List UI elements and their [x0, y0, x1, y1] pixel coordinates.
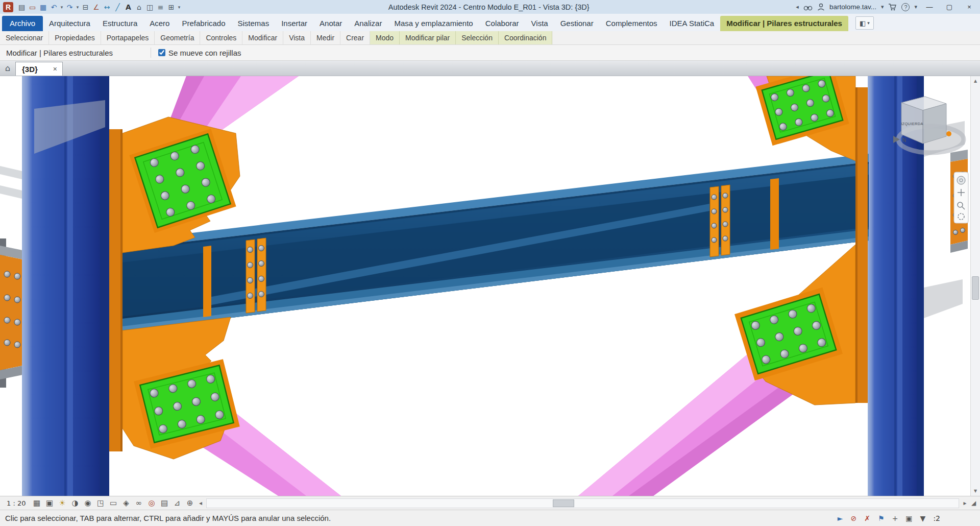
panel-portapapeles[interactable]: Portapapeles — [101, 31, 155, 44]
aligned-dimension-icon[interactable]: ↔ — [102, 1, 112, 14]
revit-logo[interactable]: R — [3, 2, 13, 12]
crop-view-icon[interactable]: ◳ — [94, 496, 107, 510]
redo-icon[interactable]: ↷ — [64, 1, 75, 14]
print-icon[interactable]: ⊟ — [80, 1, 91, 14]
back-arrow-icon[interactable]: ◂ — [796, 4, 799, 10]
user-dropdown-icon[interactable]: ▾ — [881, 4, 884, 10]
lock-3d-view-icon[interactable]: ◈ — [119, 496, 132, 510]
panel-seleccionar[interactable]: Seleccionar — [0, 31, 49, 44]
drawing-area[interactable]: N IZQUIERDA ▲ ▼ — [0, 76, 980, 496]
reveal-constraints-icon[interactable]: ⊕ — [183, 496, 196, 510]
default-3d-view-icon[interactable]: ⌂ — [134, 1, 144, 14]
modify-state-button[interactable]: ◧ ▾ — [855, 16, 874, 30]
select-by-face-icon[interactable]: ⚑ — [878, 511, 885, 526]
tab-sistemas[interactable]: Sistemas — [232, 16, 276, 31]
panel-medir[interactable]: Medir — [311, 31, 340, 44]
help-icon[interactable]: ? — [901, 3, 910, 11]
moves-with-grids-label[interactable]: Se mueve con rejillas — [168, 49, 241, 57]
vertical-scroll-thumb[interactable] — [972, 276, 979, 300]
panel-modificar-pilar[interactable]: Modificar pilar — [400, 31, 456, 44]
view-tab-3d[interactable]: {3D} × — [15, 62, 63, 76]
save-icon[interactable]: ▦ — [38, 1, 48, 14]
panel-modo[interactable]: Modo — [370, 31, 400, 44]
scroll-down-icon[interactable]: ▼ — [971, 486, 980, 496]
temporary-hide-isolate-icon[interactable]: ∞ — [132, 496, 145, 510]
undo-dropdown-icon[interactable]: ▾ — [59, 1, 64, 14]
tab-archivo[interactable]: Archivo — [2, 16, 43, 31]
sun-path-icon[interactable]: ☀ — [56, 496, 68, 510]
qat-customize-icon[interactable]: ▾ — [177, 1, 182, 14]
shadows-icon[interactable]: ◑ — [68, 496, 81, 510]
viewcube-right-face[interactable] — [923, 104, 946, 144]
view-tab-close-icon[interactable]: × — [53, 65, 57, 73]
drag-on-selection-icon[interactable]: + — [892, 511, 898, 526]
beam-stiffener-left — [203, 246, 211, 317]
open-folder-icon[interactable]: ▭ — [27, 1, 38, 14]
moves-with-grids-checkbox[interactable] — [158, 49, 165, 56]
background-processes-icon[interactable]: ▣ — [905, 511, 912, 526]
home-icon[interactable]: ⌂ — [0, 61, 15, 76]
text-icon[interactable]: A — [123, 1, 134, 14]
model-line-icon[interactable]: ╱ — [112, 1, 123, 14]
tab-vista[interactable]: Vista — [525, 16, 554, 31]
navigation-bar[interactable] — [954, 172, 968, 223]
scroll-left-icon[interactable]: ◂ — [196, 496, 205, 510]
visual-style-icon[interactable]: ▣ — [43, 496, 56, 510]
tab-analizar[interactable]: Analizar — [348, 16, 388, 31]
select-links-icon[interactable]: ► — [838, 511, 843, 526]
3d-model-canvas[interactable]: N IZQUIERDA — [0, 76, 980, 496]
tab-complementos[interactable]: Complementos — [600, 16, 664, 31]
close-button[interactable]: × — [962, 1, 977, 14]
scroll-up-icon[interactable]: ▲ — [971, 76, 980, 86]
select-pinned-icon[interactable]: ✗ — [864, 511, 870, 526]
user-avatar-icon[interactable] — [817, 3, 825, 11]
switch-windows-icon[interactable]: ⊞ — [166, 1, 177, 14]
tab-gestionar[interactable]: Gestionar — [554, 16, 600, 31]
tab-prefabricado[interactable]: Prefabricado — [176, 16, 231, 31]
vertical-scrollbar[interactable]: ▲ ▼ — [970, 76, 980, 496]
tab-arquitectura[interactable]: Arquitectura — [43, 16, 96, 31]
minimize-button[interactable]: — — [922, 1, 937, 14]
measure-icon[interactable]: ∠ — [91, 1, 102, 14]
panel-geometria[interactable]: Geometría — [155, 31, 200, 44]
panel-seleccion[interactable]: Selección — [456, 31, 499, 44]
tab-acero[interactable]: Acero — [143, 16, 176, 31]
thin-lines-icon[interactable]: ≡ — [155, 1, 166, 14]
section-icon[interactable]: ◫ — [144, 1, 155, 14]
tab-masa-y-emplazamiento[interactable]: Masa y emplazamiento — [388, 16, 479, 31]
horizontal-scrollbar[interactable] — [206, 498, 959, 508]
undo-icon[interactable]: ↶ — [48, 1, 59, 14]
panel-controles[interactable]: Controles — [200, 31, 242, 44]
redo-dropdown-icon[interactable]: ▾ — [75, 1, 80, 14]
panel-coordinacion[interactable]: Coordinación — [499, 31, 553, 44]
search-binoculars-icon[interactable] — [803, 4, 813, 11]
help-dropdown-icon[interactable]: ▾ — [914, 4, 917, 10]
detail-level-icon[interactable]: ▦ — [30, 496, 43, 510]
horizontal-scroll-thumb[interactable] — [553, 499, 574, 507]
tab-insertar[interactable]: Insertar — [275, 16, 313, 31]
tab-colaborar[interactable]: Colaborar — [479, 16, 525, 31]
scroll-right-icon[interactable]: ▸ — [961, 496, 969, 510]
analytical-model-icon[interactable]: ⊿ — [170, 496, 183, 510]
rendering-dialog-icon[interactable]: ◉ — [81, 496, 94, 510]
select-underlay-icon[interactable]: ⊘ — [851, 511, 857, 526]
signed-in-user[interactable]: bartolome.tav... — [829, 3, 876, 11]
show-crop-region-icon[interactable]: ▭ — [107, 496, 119, 510]
app-store-cart-icon[interactable] — [888, 3, 897, 11]
panel-crear[interactable]: Crear — [340, 31, 370, 44]
panel-modificar[interactable]: Modificar — [242, 31, 283, 44]
reveal-hidden-elements-icon[interactable]: ◎ — [145, 496, 158, 510]
tab-anotar[interactable]: Anotar — [313, 16, 348, 31]
steering-wheel-icon[interactable] — [957, 176, 965, 184]
panel-propiedades[interactable]: Propiedades — [49, 31, 101, 44]
view-scale[interactable]: 1 : 20 — [2, 499, 30, 507]
far-left-connection-plate[interactable] — [0, 238, 25, 388]
filter-icon[interactable]: ▼ — [920, 511, 926, 526]
tab-modificar-pilares-estructurales[interactable]: Modificar | Pilares estructurales — [720, 16, 848, 31]
viewcube-home-dot[interactable] — [946, 131, 951, 136]
tab-estructura[interactable]: Estructura — [96, 16, 143, 31]
new-file-icon[interactable]: ▤ — [16, 1, 27, 14]
temporary-view-properties-icon[interactable]: ▤ — [158, 496, 170, 510]
tab-idea-statica[interactable]: IDEA StatiCa — [664, 16, 721, 31]
maximize-button[interactable]: ▢ — [942, 1, 957, 14]
